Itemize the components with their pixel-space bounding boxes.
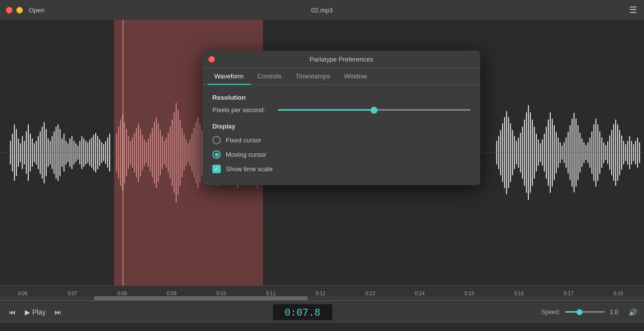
fixed-cursor-radio[interactable]	[212, 136, 221, 144]
preferences-dialog: Parlatype Preferences Waveform Controls …	[202, 51, 480, 185]
timeline-label-1: 0:07	[67, 291, 77, 296]
resolution-section-title: Resolution	[212, 94, 470, 101]
show-time-scale-row: ✓ Show time scale	[212, 165, 470, 173]
dialog-titlebar: Parlatype Preferences	[202, 51, 480, 68]
pixels-per-second-row: Pixels per second:	[212, 106, 470, 114]
forward-button[interactable]: ⏭	[53, 306, 64, 318]
play-icon: ▶	[25, 308, 30, 316]
fixed-cursor-label: Fixed cursor	[226, 136, 261, 144]
file-title: 02.mp3	[311, 6, 332, 14]
timeline-label-11: 0:17	[564, 291, 573, 296]
timeline-label-0: 0:06	[18, 291, 27, 296]
show-time-scale-checkbox[interactable]: ✓	[212, 165, 221, 173]
speed-value: 1.0	[610, 309, 624, 316]
minimize-button[interactable]	[16, 7, 23, 13]
checkmark-icon: ✓	[214, 166, 219, 172]
timeline-label-10: 0:16	[514, 291, 523, 296]
tab-timestamps[interactable]: Timestamps	[288, 68, 337, 85]
tab-waveform[interactable]: Waveform	[207, 68, 251, 85]
dialog-title: Parlatype Preferences	[310, 56, 374, 63]
moving-cursor-label: Moving cursor	[226, 151, 266, 158]
menu-icon[interactable]: ☰	[629, 4, 637, 15]
timeline-label-6: 0:12	[316, 291, 325, 296]
display-section-title: Display	[212, 123, 470, 130]
show-time-scale-label: Show time scale	[226, 165, 273, 173]
resolution-slider[interactable]	[278, 109, 470, 111]
tab-controls[interactable]: Controls	[251, 68, 288, 85]
open-button[interactable]: Open	[29, 6, 45, 14]
timeline-label-12: 0:18	[613, 291, 623, 296]
dialog-close-button[interactable]	[208, 56, 215, 63]
fixed-cursor-row: Fixed cursor	[212, 136, 470, 144]
tab-window[interactable]: Window	[337, 68, 374, 85]
window-controls	[6, 7, 23, 13]
pixels-per-second-label: Pixels per second:	[212, 106, 272, 114]
timeline-label-4: 0:10	[216, 291, 226, 296]
timeline-label-3: 0:09	[167, 291, 176, 296]
timeline: 0:06 0:07 0:08 0:09 0:10 0:11 0:12 0:13 …	[0, 285, 644, 300]
titlebar: Open 02.mp3 ☰	[0, 0, 644, 20]
timeline-label-8: 0:14	[415, 291, 424, 296]
speed-label: Speed:	[541, 309, 560, 316]
speaker-icon: 🔊	[629, 308, 637, 316]
timeline-label-5: 0:11	[266, 291, 275, 296]
play-label: Play	[32, 308, 46, 316]
rewind-button[interactable]: ⏮	[7, 306, 18, 318]
time-display: 0:07.8	[273, 304, 332, 320]
moving-cursor-radio[interactable]	[212, 150, 221, 159]
scrollbar-thumb[interactable]	[94, 296, 308, 300]
timeline-label-9: 0:15	[464, 291, 474, 296]
moving-cursor-row: Moving cursor	[212, 150, 470, 159]
close-button[interactable]	[6, 7, 12, 13]
dialog-content: Resolution Pixels per second: Display Fi…	[202, 85, 480, 185]
transport-bar: ⏮ ▶ Play ⏭ 0:07.8 Speed: 1.0 🔊	[0, 300, 644, 323]
speed-control	[565, 311, 605, 313]
timeline-label-2: 0:08	[117, 291, 127, 296]
timeline-label-7: 0:13	[365, 291, 375, 296]
dialog-tabs: Waveform Controls Timestamps Window	[202, 68, 480, 85]
play-button[interactable]: ▶ Play	[23, 306, 48, 318]
speed-slider[interactable]	[565, 311, 605, 313]
